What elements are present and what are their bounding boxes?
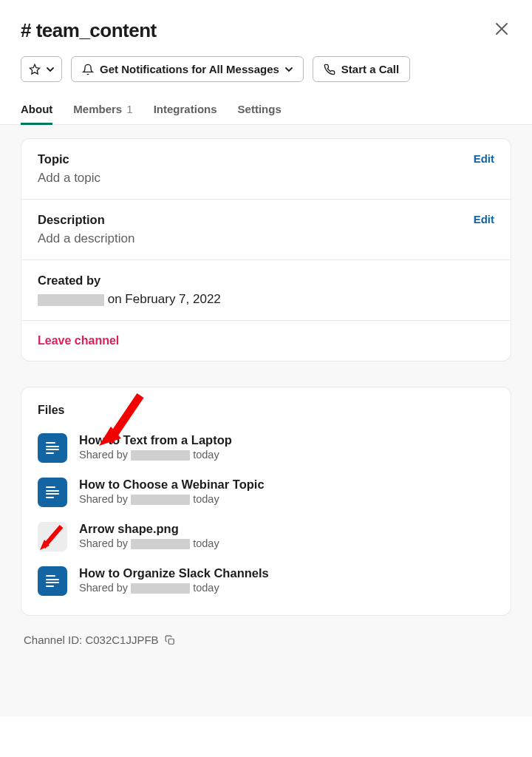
about-card: Edit Topic Add a topic Edit Description … [21,138,511,361]
files-card: Files How to Text from a Laptop Shared b… [21,387,511,616]
created-date: on February 7, 2022 [104,292,221,306]
tabs: About Members 1 Integrations Settings [0,95,532,125]
edit-topic-link[interactable]: Edit [474,152,494,165]
description-label: Description [38,213,494,227]
notifications-label: Get Notifications for All Messages [100,63,279,75]
start-call-button[interactable]: Start a Call [313,56,410,82]
star-button[interactable] [21,56,62,82]
channel-id-row: Channel ID: C032C1JJPFB [21,634,511,646]
file-meta: Shared by today [79,493,265,505]
tab-members-label: Members [73,103,122,115]
tab-settings[interactable]: Settings [238,95,282,124]
tab-members-count: 1 [126,103,132,115]
star-icon [29,64,41,75]
call-label: Start a Call [341,63,399,75]
close-icon[interactable] [492,18,511,43]
description-section[interactable]: Edit Description Add a description [21,200,511,260]
redacted-user [131,450,190,461]
edit-description-link[interactable]: Edit [474,213,494,225]
svg-rect-6 [168,639,174,644]
tab-about[interactable]: About [21,95,52,124]
copy-icon[interactable] [165,635,175,645]
redacted-user [131,583,190,594]
channel-id-label: Channel ID: [24,634,85,646]
file-row[interactable]: Arrow shape.png Shared by today [38,522,494,551]
bell-icon [82,64,94,75]
created-by-section: Created by on February 7, 2022 [21,260,511,321]
file-row[interactable]: How to Organize Slack Channels Shared by… [38,566,494,596]
topic-section[interactable]: Edit Topic Add a topic [21,139,511,200]
topic-placeholder: Add a topic [38,171,494,186]
created-by-label: Created by [38,274,494,288]
topic-label: Topic [38,152,494,166]
tab-integrations[interactable]: Integrations [154,95,217,124]
chevron-down-icon [47,66,54,73]
redacted-creator-name [38,294,104,306]
redacted-user [131,495,190,505]
file-name: How to Choose a Webinar Topic [79,478,265,492]
chevron-down-icon [285,66,293,73]
redacted-user [131,539,190,549]
notifications-button[interactable]: Get Notifications for All Messages [71,56,304,82]
document-icon [38,566,67,596]
file-name: Arrow shape.png [79,522,219,536]
document-icon [38,478,67,507]
file-name: How to Text from a Laptop [79,433,232,447]
file-name: How to Organize Slack Channels [79,566,269,580]
image-thumbnail-icon [38,522,67,551]
tab-members[interactable]: Members 1 [73,95,132,124]
file-meta: Shared by today [79,582,269,594]
channel-id-value: C032C1JJPFB [85,634,158,646]
document-icon [38,433,67,463]
channel-title: # team_content [21,19,157,42]
file-meta: Shared by today [79,537,219,549]
file-row[interactable]: How to Choose a Webinar Topic Shared by … [38,478,494,507]
file-meta: Shared by today [79,449,232,461]
files-title: Files [38,404,494,417]
file-row[interactable]: How to Text from a Laptop Shared by toda… [38,433,494,463]
svg-marker-0 [30,64,39,74]
phone-icon [324,64,335,75]
description-placeholder: Add a description [38,231,494,246]
leave-channel-button[interactable]: Leave channel [21,321,511,361]
